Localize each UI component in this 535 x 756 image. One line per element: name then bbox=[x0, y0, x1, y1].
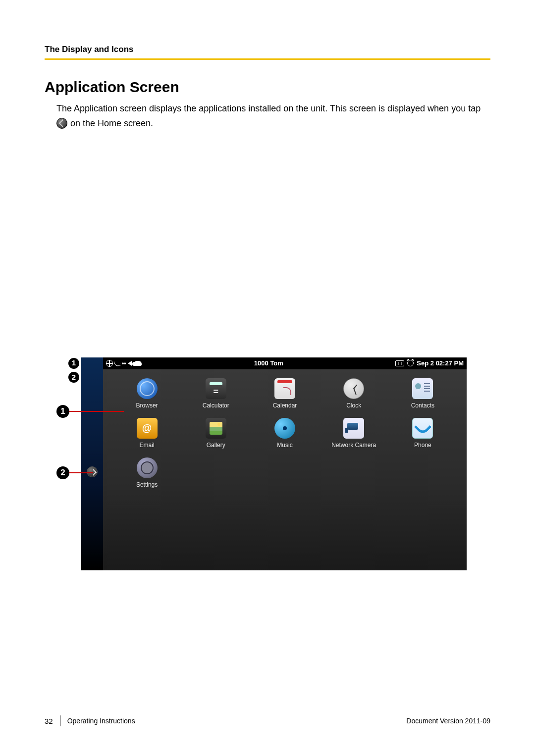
legend-2-number: 2 bbox=[68, 372, 79, 383]
callout-1: 1 bbox=[56, 405, 124, 418]
page-footer: 32 Operating Instructions Document Versi… bbox=[45, 715, 490, 726]
app-phone[interactable]: Phone bbox=[391, 418, 455, 449]
app-browser[interactable]: Browser bbox=[115, 378, 179, 409]
calculator-icon bbox=[206, 378, 226, 399]
header-rule bbox=[45, 58, 490, 60]
calendar-icon bbox=[274, 378, 295, 399]
globe-icon bbox=[106, 360, 113, 367]
app-music[interactable]: Music bbox=[253, 418, 317, 449]
callout-2: 2 bbox=[56, 466, 93, 479]
callout-2-line bbox=[69, 472, 93, 473]
status-bar-datetime: Sep 2 02:27 PM bbox=[417, 359, 464, 367]
legend-1-number: 1 bbox=[68, 358, 79, 369]
app-label: Calendar bbox=[273, 402, 297, 409]
app-contacts[interactable]: Contacts bbox=[391, 378, 455, 409]
footer-divider bbox=[60, 715, 60, 726]
app-clock[interactable]: Clock bbox=[322, 378, 386, 409]
status-bar-right: Sep 2 02:27 PM bbox=[395, 359, 464, 367]
alarm-icon bbox=[407, 360, 414, 366]
status-bar-left: •• bbox=[106, 360, 142, 367]
app-calendar[interactable]: Calendar bbox=[253, 378, 317, 409]
status-bar: •• 1000 Tom Sep 2 02:27 PM bbox=[103, 357, 467, 369]
settings-icon bbox=[137, 457, 158, 478]
callout-2-number: 2 bbox=[56, 466, 69, 479]
contacts-icon bbox=[412, 378, 433, 399]
status-bar-center: 1000 Tom bbox=[145, 359, 392, 367]
page-number: 32 bbox=[45, 717, 60, 725]
gallery-icon bbox=[206, 418, 226, 439]
screenshot-container: 1 2 •• 1000 Tom bbox=[56, 357, 467, 384]
app-label: Network Camera bbox=[331, 442, 376, 449]
music-icon bbox=[274, 418, 295, 439]
intro-line2: on the Home screen. bbox=[56, 117, 490, 129]
email-icon bbox=[137, 418, 158, 439]
network-camera-icon bbox=[343, 418, 364, 439]
apps-icon bbox=[56, 118, 67, 129]
intro-line1: The Application screen displays the appl… bbox=[56, 102, 490, 114]
arrow-icon bbox=[128, 361, 132, 366]
keyboard-icon bbox=[395, 360, 404, 366]
app-email[interactable]: Email bbox=[115, 418, 179, 449]
app-label: Clock bbox=[346, 402, 361, 409]
footer-title: Operating Instructions bbox=[67, 717, 407, 725]
page-title: Application Screen bbox=[45, 79, 490, 96]
section-header: The Display and Icons bbox=[45, 45, 490, 58]
status-dots-icon: •• bbox=[122, 360, 126, 367]
app-gallery[interactable]: Gallery bbox=[184, 418, 248, 449]
app-label: Music bbox=[277, 442, 292, 449]
clock-icon bbox=[343, 378, 364, 399]
callout-1-line bbox=[69, 411, 124, 412]
home-screen-sliver bbox=[81, 357, 103, 570]
app-label: Gallery bbox=[207, 442, 225, 449]
app-label: Settings bbox=[136, 481, 158, 488]
intro-line2-text: on the Home screen. bbox=[70, 117, 153, 129]
app-grid: Browser Calculator Calendar Clock bbox=[103, 369, 467, 497]
app-label: Contacts bbox=[411, 402, 434, 409]
device-screenshot: •• 1000 Tom Sep 2 02:27 PM Browser bbox=[81, 357, 467, 570]
phone-status-icon bbox=[113, 359, 121, 367]
app-settings[interactable]: Settings bbox=[115, 457, 179, 488]
phone-icon bbox=[412, 418, 433, 439]
app-network-camera[interactable]: Network Camera bbox=[322, 418, 386, 449]
app-label: Phone bbox=[414, 442, 431, 449]
app-calculator[interactable]: Calculator bbox=[184, 378, 248, 409]
app-label: Calculator bbox=[203, 402, 229, 409]
application-area: •• 1000 Tom Sep 2 02:27 PM Browser bbox=[103, 357, 467, 570]
app-label: Email bbox=[140, 442, 155, 449]
footer-version: Document Version 2011-09 bbox=[406, 717, 490, 725]
callout-1-number: 1 bbox=[56, 405, 69, 418]
app-label: Browser bbox=[136, 402, 158, 409]
cloud-icon bbox=[134, 361, 142, 366]
browser-icon bbox=[137, 378, 158, 399]
